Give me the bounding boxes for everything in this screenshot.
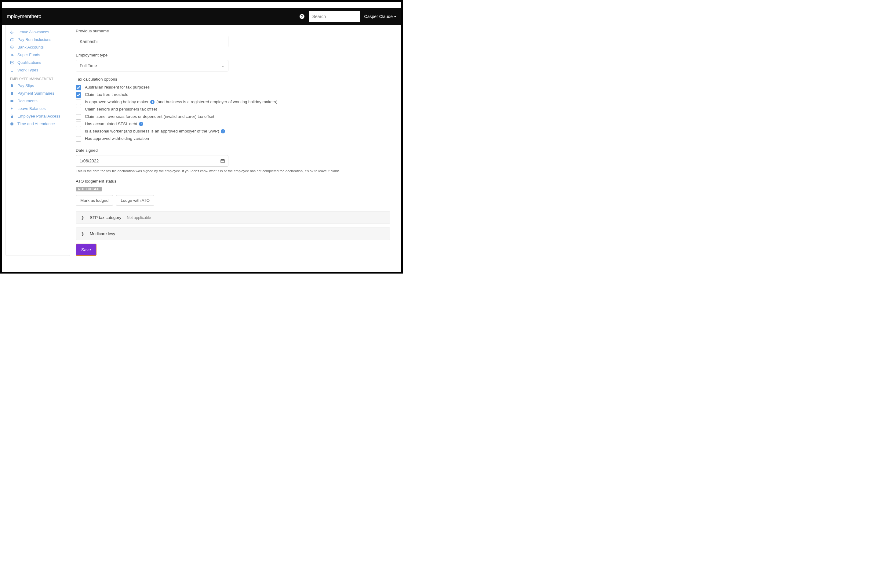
book-icon (10, 68, 14, 72)
accordion-subtitle: Not applicable (127, 216, 151, 220)
svg-point-2 (11, 122, 14, 126)
sidebar-item-label: Employee Portal Access (17, 114, 60, 118)
check-square-icon (10, 61, 14, 64)
svg-rect-1 (11, 92, 13, 95)
lodge-ato-button[interactable]: Lodge with ATO (116, 195, 154, 206)
chevron-down-icon: ⌄ (221, 63, 224, 68)
chevron-right-icon: ❯ (81, 215, 84, 220)
sidebar-item-label: Super Funds (17, 52, 40, 57)
checkbox-label: Claim zone, overseas forces or dependent… (85, 114, 214, 119)
employment-type-label: Employment type (76, 53, 390, 57)
ato-status-badge: NOT LODGED (76, 187, 102, 191)
checkbox-label: Has accumulated STSL debt i (85, 122, 144, 126)
topbar: mploymenthero ? Casper Claude (2, 8, 401, 25)
sidebar-item-label: Leave Balances (17, 106, 46, 111)
sidebar-item-work-types[interactable]: Work Types (6, 66, 70, 74)
sidebar-item-time-attendance[interactable]: Time and Attendance (6, 120, 70, 128)
plane-icon (10, 30, 14, 34)
chevron-right-icon: ❯ (81, 231, 84, 236)
sidebar-item-label: Leave Allowances (17, 30, 49, 34)
sidebar-item-label: Pay Run Inclusions (17, 37, 51, 42)
chart-icon (10, 53, 14, 57)
sidebar-item-bank-accounts[interactable]: Bank Accounts (6, 44, 70, 51)
folder-icon (10, 99, 14, 103)
sidebar-section-header: EMPLOYEE MANAGEMENT (6, 74, 70, 82)
help-icon[interactable]: ? (300, 14, 305, 19)
checkbox-label: Australian resident for tax purposes (85, 85, 150, 90)
tax-options-label: Tax calculation options (76, 77, 390, 81)
sidebar-item-qualifications[interactable]: Qualifications (6, 58, 70, 66)
chevron-down-icon (394, 16, 396, 17)
checkbox-seasonal[interactable] (76, 129, 81, 134)
checkbox-label: Is approved working holiday maker i (and… (85, 99, 277, 104)
sidebar-item-leave-balances[interactable]: Leave Balances (6, 105, 70, 112)
employment-type-select[interactable]: Full Time ⌄ (76, 60, 228, 72)
lock-icon (10, 114, 14, 118)
brand-logo: mploymenthero (7, 14, 41, 20)
sidebar-item-payment-summaries[interactable]: Payment Summaries (6, 90, 70, 97)
user-menu[interactable]: Casper Claude (364, 14, 396, 19)
date-help-text: This is the date the tax file declaratio… (76, 168, 390, 173)
sidebar-item-pay-run-inclusions[interactable]: Pay Run Inclusions (6, 36, 70, 44)
sidebar-item-pay-slips[interactable]: Pay Slips (6, 82, 70, 90)
sidebar: Leave Allowances Pay Run Inclusions Bank… (6, 25, 70, 256)
checkbox-label: Has approved withholding variation (85, 136, 149, 141)
dollar-icon (10, 45, 14, 49)
accordion-title: STP tax category (90, 215, 121, 220)
sidebar-item-label: Qualifications (17, 60, 41, 65)
svg-rect-3 (221, 159, 224, 163)
file-icon (10, 84, 14, 88)
sidebar-item-leave-allowances[interactable]: Leave Allowances (6, 28, 70, 36)
sidebar-item-label: Time and Attendance (17, 122, 55, 126)
info-icon[interactable]: i (150, 100, 155, 104)
employment-type-value: Full Time (80, 63, 97, 68)
checkbox-label: Claim tax free threshold (85, 92, 129, 97)
ato-status-label: ATO lodgement status (76, 179, 390, 183)
plane-icon (10, 107, 14, 111)
checkbox-zone[interactable] (76, 114, 81, 120)
accordion-stp-tax[interactable]: ❯ STP tax category Not applicable (76, 211, 390, 224)
sidebar-item-label: Bank Accounts (17, 45, 44, 50)
calendar-icon (220, 159, 225, 164)
mark-lodged-button[interactable]: Mark as lodged (76, 195, 113, 206)
info-icon[interactable]: i (139, 122, 143, 126)
date-signed-label: Date signed (76, 148, 390, 153)
accordion-medicare[interactable]: ❯ Medicare levy (76, 228, 390, 240)
sidebar-item-label: Payment Summaries (17, 91, 54, 96)
checkbox-stsl[interactable] (76, 122, 81, 127)
search-box[interactable] (309, 11, 360, 22)
accordion-title: Medicare levy (90, 231, 115, 236)
checkbox-label: Is a seasonal worker (and business is an… (85, 129, 226, 134)
calculator-icon (10, 92, 14, 95)
sidebar-item-label: Documents (17, 99, 38, 103)
checkbox-holiday-maker[interactable] (76, 99, 81, 105)
checkbox-withholding[interactable] (76, 136, 81, 142)
calendar-button[interactable] (217, 155, 228, 167)
info-icon[interactable]: i (221, 129, 225, 134)
prev-surname-input[interactable] (76, 36, 228, 47)
checkbox-label: Claim seniors and pensioners tax offset (85, 107, 157, 111)
sidebar-item-documents[interactable]: Documents (6, 97, 70, 105)
main-content: Previous surname Employment type Full Ti… (76, 25, 393, 256)
refresh-icon (10, 38, 14, 42)
search-input[interactable] (312, 14, 356, 19)
sidebar-item-label: Pay Slips (17, 83, 34, 88)
prev-surname-label: Previous surname (76, 29, 390, 33)
date-signed-input[interactable] (76, 155, 217, 167)
checkbox-seniors[interactable] (76, 107, 81, 112)
sidebar-item-employee-portal[interactable]: Employee Portal Access (6, 112, 70, 120)
sidebar-item-super-funds[interactable]: Super Funds (6, 51, 70, 58)
sidebar-item-label: Work Types (17, 68, 38, 72)
clock-icon (10, 122, 14, 126)
save-button[interactable]: Save (76, 244, 96, 256)
checkbox-resident[interactable] (76, 85, 81, 90)
user-name: Casper Claude (364, 14, 393, 19)
checkbox-threshold[interactable] (76, 92, 81, 98)
